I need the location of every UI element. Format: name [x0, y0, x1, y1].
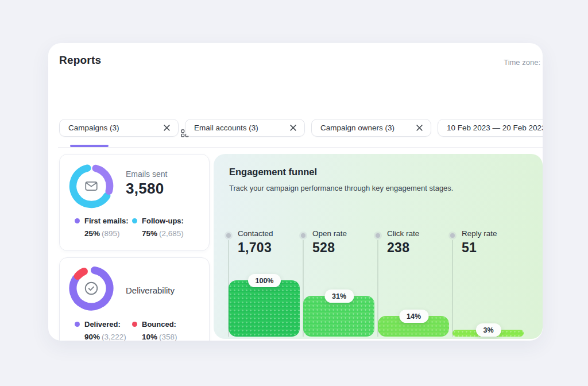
first-emails-dot	[75, 218, 80, 223]
emails-sent-label: Emails sent	[126, 169, 167, 179]
deliverability-legend: Delivered: 90%(3,222) Bounced: 10%(358)	[75, 320, 201, 341]
bounced-label: Bounced:	[142, 320, 176, 329]
follow-ups-pct: 75%	[142, 229, 157, 238]
timezone-label: Time zone:	[504, 58, 540, 67]
stage-value: 528	[312, 240, 335, 256]
bounced-dot	[132, 322, 137, 327]
stage-label: Contacted	[238, 229, 273, 238]
envelope-icon	[69, 164, 114, 209]
stage-pct-badge: 14%	[399, 310, 428, 323]
page-title: Reports	[59, 54, 101, 67]
emails-sent-card: Emails sent 3,580 First emails: 25%(895)…	[59, 154, 210, 251]
delivered-count: (3,222)	[102, 333, 126, 341]
delivered-pct: 90%	[84, 333, 100, 341]
stage-pct-badge: 3%	[475, 323, 501, 337]
filter-campaign-owners[interactable]: Campaign owners (3)	[311, 119, 431, 137]
stage-label: Open rate	[312, 229, 347, 238]
stage-value: 51	[462, 240, 477, 256]
stage-label: Click rate	[387, 229, 419, 238]
clear-campaign-owners-icon[interactable]	[416, 124, 423, 132]
stage-value: 238	[387, 240, 409, 256]
legend-delivered: Delivered: 90%(3,222)	[75, 320, 132, 341]
filter-email-accounts[interactable]: Email accounts (3)	[185, 119, 305, 137]
stage-value: 1,703	[238, 240, 272, 256]
filter-date-range-label: 10 Feb 2023 — 20 Feb 2023	[447, 123, 543, 132]
funnel-stage-open-rate: Open rate52831%	[303, 154, 376, 339]
deliverability-label: Deliverability	[126, 285, 175, 295]
funnel-stage-click-rate: Click rate23814%	[377, 154, 450, 339]
reports-panel: Reports Time zone: Email Linkedin	[48, 43, 543, 341]
legend-first-emails: First emails: 25%(895)	[75, 217, 132, 238]
funnel-stage-reply-rate: Reply rate513%	[452, 154, 525, 339]
filter-campaign-owners-label: Campaign owners (3)	[320, 123, 394, 132]
stage-dot	[450, 233, 455, 238]
delivered-label: Delivered:	[84, 320, 121, 329]
emails-sent-donut-chart	[69, 164, 114, 209]
stage-label: Reply rate	[462, 229, 497, 238]
follow-ups-count: (2,685)	[159, 229, 184, 238]
delivered-dot	[75, 322, 80, 327]
stage-dot	[376, 233, 380, 238]
emails-sent-legend: First emails: 25%(895) Follow-ups: 75%(2…	[75, 217, 201, 238]
stage-pct-badge: 100%	[248, 274, 281, 287]
check-circle-icon	[69, 266, 114, 311]
first-emails-count: (895)	[102, 229, 120, 238]
follow-ups-label: Follow-ups:	[142, 217, 184, 225]
stage-dot	[301, 233, 305, 238]
legend-bounced: Bounced: 10%(358)	[132, 320, 189, 341]
filter-email-accounts-label: Email accounts (3)	[194, 123, 258, 132]
stage-guide-line	[452, 240, 453, 337]
bounced-count: (358)	[159, 333, 177, 341]
filter-bar: Campaigns (3) Email accounts (3) Campaig…	[59, 119, 543, 137]
stage-dot	[226, 233, 231, 238]
funnel-stage-contacted: Contacted1,703100%	[228, 154, 301, 339]
legend-follow-ups: Follow-ups: 75%(2,685)	[132, 217, 189, 238]
filter-campaigns-label: Campaigns (3)	[68, 123, 119, 132]
emails-sent-value: 3,580	[126, 180, 164, 198]
bounced-pct: 10%	[142, 333, 157, 341]
first-emails-pct: 25%	[84, 229, 100, 238]
deliverability-donut-chart	[69, 266, 114, 311]
tabs-divider	[58, 147, 543, 148]
first-emails-label: First emails:	[84, 217, 129, 225]
engagement-funnel-card: Engagement funnel Track your campaign pe…	[214, 154, 543, 339]
deliverability-card: Deliverability Delivered: 90%(3,222) Bou…	[59, 257, 210, 341]
clear-campaigns-icon[interactable]	[163, 124, 171, 132]
clear-email-accounts-icon[interactable]	[289, 124, 297, 132]
stage-bar	[229, 280, 300, 337]
follow-ups-dot	[132, 218, 137, 223]
filter-campaigns[interactable]: Campaigns (3)	[59, 119, 179, 137]
filter-date-range[interactable]: 10 Feb 2023 — 20 Feb 2023	[438, 119, 543, 137]
stage-pct-badge: 31%	[324, 290, 354, 303]
